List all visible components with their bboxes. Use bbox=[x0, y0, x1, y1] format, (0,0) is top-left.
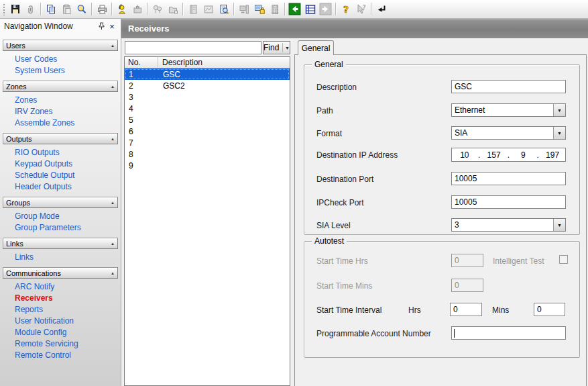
sia-level-dropdown[interactable]: 3 ▼ bbox=[451, 218, 566, 232]
sidebar-item-arc-notify[interactable]: ARC Notify bbox=[15, 281, 118, 293]
sidebar-item-group-parameters[interactable]: Group Parameters bbox=[15, 222, 118, 234]
nav-section-zones: Zones ▲ Zones IRV Zones Assemble Zones bbox=[3, 81, 118, 133]
description-field[interactable] bbox=[451, 80, 566, 93]
start-time-interval-label: Start Time Interval bbox=[316, 305, 381, 315]
sidebar-item-irv-zones[interactable]: IRV Zones bbox=[15, 106, 118, 117]
nav-section-header-users[interactable]: Users ▲ bbox=[3, 40, 118, 51]
find-button[interactable]: Find ▼ bbox=[263, 41, 290, 54]
programmable-account-number-label: Programmable Account Number bbox=[316, 329, 431, 338]
log-book-icon bbox=[185, 1, 200, 17]
folder-icon bbox=[165, 1, 180, 17]
nav-section-groups: Groups ▲ Group Mode Group Parameters bbox=[3, 197, 118, 238]
return-icon[interactable] bbox=[373, 1, 389, 17]
sidebar-item-remote-servicing[interactable]: Remote Servicing bbox=[15, 338, 118, 350]
help-icon[interactable]: ? bbox=[338, 1, 353, 17]
panel-computer-icon bbox=[236, 1, 251, 17]
interval-hrs-field[interactable] bbox=[450, 303, 482, 316]
sidebar-item-receivers[interactable]: Receivers bbox=[15, 293, 118, 304]
events-icon bbox=[150, 1, 165, 17]
table-row[interactable]: 4 bbox=[125, 103, 290, 114]
sidebar-item-assemble-zones[interactable]: Assemble Zones bbox=[15, 117, 118, 129]
nav-section-communications: Communications ▲ ARC Notify Receivers Re… bbox=[3, 267, 118, 365]
sidebar-item-reports[interactable]: Reports bbox=[15, 304, 118, 316]
context-help-icon: ? bbox=[353, 1, 369, 17]
table-row[interactable]: 5 bbox=[125, 114, 290, 126]
destination-ip-field[interactable]: 10. 157. 9. 197 bbox=[451, 148, 566, 162]
sidebar-item-zones[interactable]: Zones bbox=[15, 95, 118, 106]
sidebar-item-keypad-outputs[interactable]: Keypad Outputs bbox=[15, 158, 118, 170]
list-header: No. Description bbox=[125, 57, 290, 68]
zoom-icon[interactable] bbox=[74, 1, 89, 17]
sidebar-item-header-outputs[interactable]: Header Outputs bbox=[15, 181, 118, 193]
toolbar-separator bbox=[147, 3, 148, 15]
text-caret bbox=[454, 329, 455, 338]
operator-icon[interactable] bbox=[114, 1, 129, 17]
programmable-account-number-field[interactable] bbox=[451, 326, 566, 340]
path-dropdown[interactable]: Ethernet ▼ bbox=[451, 103, 566, 117]
table-row[interactable]: 7 bbox=[125, 137, 290, 148]
receivers-list: No. Description 1GSC 2GSC2 3 4 5 6 7 8 9 bbox=[124, 56, 290, 386]
toolbar-separator bbox=[182, 3, 183, 15]
column-header-description[interactable]: Description bbox=[158, 57, 290, 68]
copy-icon[interactable] bbox=[43, 1, 58, 17]
interval-mins-field[interactable] bbox=[534, 303, 565, 316]
table-row[interactable]: 3 bbox=[125, 91, 290, 103]
chevron-down-icon: ▼ bbox=[553, 127, 565, 139]
pin-icon[interactable] bbox=[96, 21, 107, 32]
nav-section-header-outputs[interactable]: Outputs ▲ bbox=[3, 133, 118, 144]
table-row[interactable]: 8 bbox=[125, 148, 290, 160]
start-time-mins-field bbox=[451, 279, 483, 292]
sidebar-item-user-notification[interactable]: User Notification bbox=[15, 316, 118, 327]
sidebar-item-schedule-output[interactable]: Schedule Output bbox=[15, 170, 118, 181]
autotest-groupbox: Autotest Start Time Hrs Intelligent Test… bbox=[304, 241, 580, 358]
attach-icon[interactable] bbox=[23, 1, 38, 17]
diagnostics-icon bbox=[200, 1, 216, 17]
table-row[interactable]: 1GSC bbox=[125, 68, 290, 80]
format-dropdown[interactable]: SIA ▼ bbox=[451, 126, 566, 140]
collapse-arrow-icon: ▲ bbox=[111, 242, 115, 246]
search-document-icon[interactable] bbox=[216, 1, 231, 17]
close-icon[interactable]: × bbox=[107, 21, 117, 32]
calculator-icon bbox=[267, 1, 282, 17]
autotest-groupbox-legend: Autotest bbox=[312, 236, 347, 246]
sidebar-item-system-users[interactable]: System Users bbox=[15, 65, 118, 77]
svg-text:?: ? bbox=[343, 4, 348, 15]
main-toolbar: ? ? bbox=[0, 0, 588, 19]
back-icon[interactable] bbox=[287, 1, 302, 17]
tab-general[interactable]: General bbox=[298, 40, 334, 55]
nav-section-header-links[interactable]: Links ▲ bbox=[3, 238, 118, 249]
column-header-no[interactable]: No. bbox=[125, 57, 158, 68]
nav-section-links: Links ▲ Links bbox=[3, 238, 118, 267]
ipcheck-port-field[interactable] bbox=[451, 195, 566, 209]
destination-port-field[interactable] bbox=[451, 172, 566, 185]
path-label: Path bbox=[316, 106, 333, 115]
collapse-arrow-icon: ▲ bbox=[111, 271, 115, 275]
save-icon[interactable] bbox=[7, 1, 23, 17]
table-row[interactable]: 9 bbox=[125, 160, 290, 171]
nav-section-header-zones[interactable]: Zones ▲ bbox=[3, 81, 118, 92]
nav-section-header-communications[interactable]: Communications ▲ bbox=[3, 267, 118, 279]
sidebar-item-rio-outputs[interactable]: RIO Outputs bbox=[15, 147, 118, 158]
panel-device-icon bbox=[129, 1, 145, 17]
toolbar-separator bbox=[284, 3, 285, 15]
sidebar-item-group-mode[interactable]: Group Mode bbox=[15, 211, 118, 222]
sidebar-item-links[interactable]: Links bbox=[15, 252, 118, 263]
print-icon[interactable] bbox=[94, 1, 109, 17]
nav-section-header-groups[interactable]: Groups ▲ bbox=[3, 197, 118, 208]
sidebar-item-module-config[interactable]: Module Config bbox=[15, 327, 118, 338]
start-time-hrs-field bbox=[451, 254, 483, 267]
ipcheck-port-label: IPCheck Port bbox=[316, 198, 364, 207]
toolbar-grip[interactable] bbox=[3, 3, 5, 15]
find-input[interactable] bbox=[125, 41, 261, 54]
connect-secure-icon[interactable] bbox=[251, 1, 267, 17]
svg-text:?: ? bbox=[362, 4, 365, 11]
table-row[interactable]: 2GSC2 bbox=[125, 80, 290, 91]
table-row[interactable]: 6 bbox=[125, 126, 290, 137]
details-view-icon[interactable] bbox=[302, 1, 318, 17]
collapse-arrow-icon: ▲ bbox=[111, 85, 115, 89]
sidebar-item-remote-control[interactable]: Remote Control bbox=[15, 350, 118, 361]
interval-hrs-label: Hrs bbox=[408, 305, 421, 315]
toolbar-separator bbox=[111, 3, 112, 15]
sidebar-item-user-codes[interactable]: User Codes bbox=[15, 54, 118, 65]
navigation-sections: Users ▲ User Codes System Users Zones ▲ … bbox=[0, 33, 121, 365]
